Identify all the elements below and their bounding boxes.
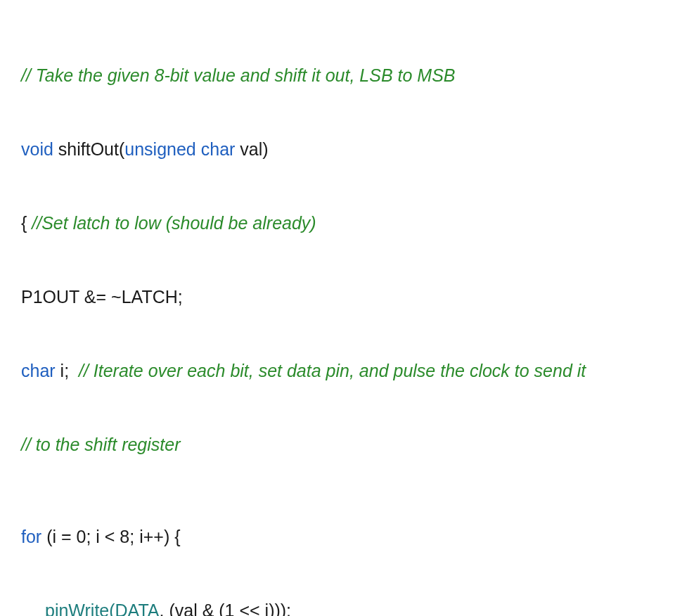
code-text: { bbox=[21, 213, 32, 233]
code-line: for (i = 0; i < 8; i++) { bbox=[21, 525, 654, 549]
code-text: shiftOut( bbox=[53, 139, 124, 159]
keyword: void bbox=[21, 139, 53, 159]
code-text: , (val & (1 << i))); bbox=[160, 601, 292, 616]
code-text: (i = 0; i < 8; i++) { bbox=[41, 527, 180, 546]
code-text: i; bbox=[56, 361, 79, 380]
code-line: P1OUT &= ~LATCH; bbox=[21, 285, 654, 309]
keyword: for bbox=[21, 527, 41, 546]
comment: // Iterate over each bit, set data pin, … bbox=[79, 361, 586, 380]
code-line: char i; // Iterate over each bit, set da… bbox=[21, 359, 654, 383]
code-line: pinWrite(DATA, (val & (1 << i))); bbox=[21, 598, 654, 616]
code-text: pinWrite(DATA bbox=[45, 601, 160, 616]
code-line: void shiftOut(unsigned char val) bbox=[21, 137, 654, 162]
code-line: { //Set latch to low (should be already) bbox=[21, 211, 654, 236]
code-text: val) bbox=[235, 139, 268, 159]
keyword: char bbox=[21, 361, 56, 380]
comment: //Set latch to low (should be already) bbox=[32, 213, 316, 233]
code-text: P1OUT &= ~LATCH; bbox=[21, 287, 183, 307]
code-line: // Take the given 8-bit value and shift … bbox=[21, 63, 654, 88]
code-block: // Take the given 8-bit value and shift … bbox=[21, 14, 654, 616]
keyword: unsigned bbox=[124, 139, 195, 159]
comment: // to the shift register bbox=[21, 435, 181, 454]
comment: // Take the given 8-bit value and shift … bbox=[21, 65, 455, 85]
code-text bbox=[196, 139, 201, 159]
code-line: // to the shift register bbox=[21, 432, 654, 457]
keyword: char bbox=[201, 139, 236, 159]
